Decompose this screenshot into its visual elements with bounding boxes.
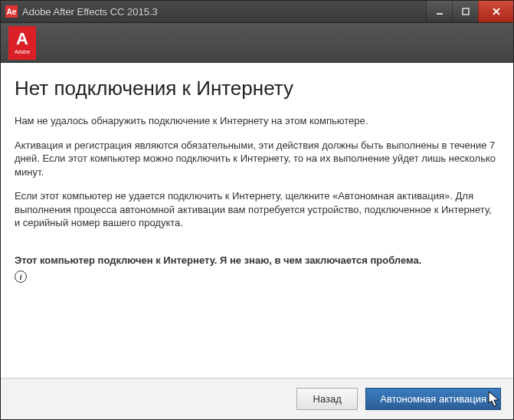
paragraph-3: Если этот компьютер не удается подключит… <box>15 189 499 230</box>
back-button[interactable]: Назад <box>296 388 358 410</box>
window-controls <box>426 1 513 22</box>
maximize-button[interactable] <box>452 1 478 22</box>
offline-activation-button[interactable]: Автономная активация <box>365 388 501 410</box>
window-title: Adobe After Effects CC 2015.3 <box>22 6 426 18</box>
adobe-logo: A Adobe <box>8 26 36 60</box>
minimize-button[interactable] <box>426 1 452 22</box>
app-icon: Ae <box>5 5 18 18</box>
info-icon[interactable]: i <box>15 271 27 283</box>
footer: Назад Автономная активация <box>1 378 513 419</box>
page-heading: Нет подключения к Интернету <box>15 77 499 100</box>
paragraph-2: Активация и регистрация являются обязате… <box>15 139 499 179</box>
body: Нет подключения к Интернету Нам не удало… <box>1 63 513 378</box>
content-area: A Adobe Нет подключения к Интернету Нам … <box>1 22 513 419</box>
paragraph-1: Нам не удалось обнаружить подключение к … <box>15 114 499 128</box>
titlebar: Ae Adobe After Effects CC 2015.3 <box>1 1 513 22</box>
header-band: A Adobe <box>1 23 513 63</box>
svg-rect-1 <box>463 8 469 15</box>
installer-window: Ae Adobe After Effects CC 2015.3 A Adobe… <box>0 0 514 420</box>
troubleshoot-link[interactable]: Этот компьютер подключен к Интернету. Я … <box>15 254 499 266</box>
close-button[interactable] <box>478 1 513 22</box>
